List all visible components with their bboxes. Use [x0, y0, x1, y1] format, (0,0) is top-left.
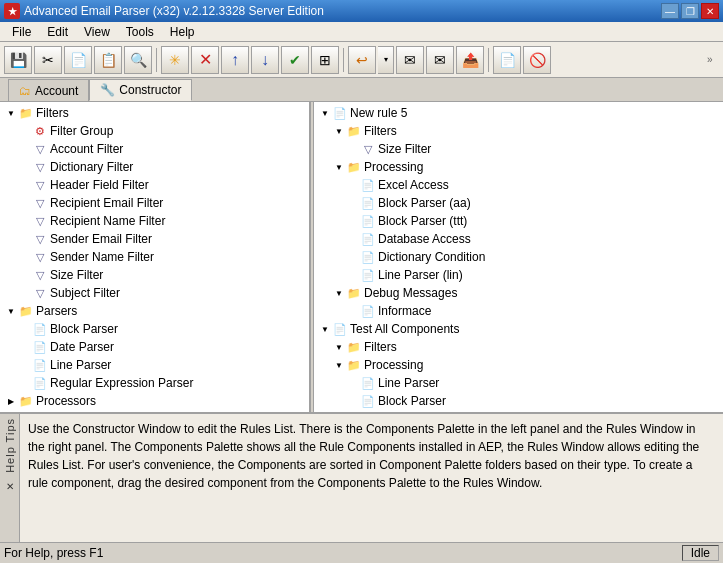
star-button[interactable]: ✳ — [161, 46, 189, 74]
expand-filters[interactable] — [4, 106, 18, 120]
title-controls[interactable]: — ❐ ✕ — [661, 3, 719, 19]
tree-item-account-filter[interactable]: ▽ Account Filter — [0, 140, 309, 158]
tree-item-header-field-filter[interactable]: ▽ Header Field Filter — [0, 176, 309, 194]
grid-button[interactable]: ⊞ — [311, 46, 339, 74]
new-button[interactable]: 📄 — [64, 46, 92, 74]
left-tree[interactable]: 📁 Filters ⚙ Filter Group ▽ Account Filte… — [0, 102, 309, 412]
menu-tools[interactable]: Tools — [118, 23, 162, 41]
expand-block-parser-test — [346, 394, 360, 408]
tree-item-database-access[interactable]: 📄 Database Access — [314, 230, 723, 248]
expand-header-field — [18, 178, 32, 192]
app-icon: ★ — [4, 3, 20, 19]
tree-item-processors-root[interactable]: 📁 Processors — [0, 392, 309, 410]
expand-parsers[interactable] — [4, 304, 18, 318]
email-button[interactable]: ✉ — [396, 46, 424, 74]
search-button[interactable]: 🔍 — [124, 46, 152, 74]
expand-filters-test[interactable] — [332, 340, 346, 354]
right-tree[interactable]: 📄 New rule 5 📁 Filters ▽ Size Filter 📁 — [314, 102, 723, 412]
help-content: Use the Constructor Window to edit the R… — [20, 414, 723, 542]
left-panel: 📁 Filters ⚙ Filter Group ▽ Account Filte… — [0, 102, 310, 412]
minimize-button[interactable]: — — [661, 3, 679, 19]
tree-item-line-parser-lin[interactable]: 📄 Line Parser (lin) — [314, 266, 723, 284]
arrow-left-button[interactable]: ↩ — [348, 46, 376, 74]
tree-item-filters-rule5[interactable]: 📁 Filters — [314, 122, 723, 140]
help-close-button[interactable]: ✕ — [6, 481, 14, 492]
tree-item-filter-group[interactable]: ⚙ Filter Group — [0, 122, 309, 140]
block-parser-ttt-label: Block Parser (ttt) — [378, 214, 467, 228]
delete-button[interactable]: ✕ — [191, 46, 219, 74]
menu-file[interactable]: File — [4, 23, 39, 41]
expand-processing-rule5[interactable] — [332, 160, 346, 174]
expand-processors[interactable] — [4, 394, 18, 408]
tree-item-block-parser-aa[interactable]: 📄 Block Parser (aa) — [314, 194, 723, 212]
tree-item-recipient-name-filter[interactable]: ▽ Recipient Name Filter — [0, 212, 309, 230]
tree-item-dictionary-filter[interactable]: ▽ Dictionary Filter — [0, 158, 309, 176]
close-button[interactable]: ✕ — [701, 3, 719, 19]
menu-view[interactable]: View — [76, 23, 118, 41]
check-button[interactable]: ✔ — [281, 46, 309, 74]
window-title: Advanced Email Parser (x32) v.2.12.3328 … — [24, 4, 324, 18]
line-parser-lin-label: Line Parser (lin) — [378, 268, 463, 282]
tree-item-new-rule-5[interactable]: 📄 New rule 5 — [314, 104, 723, 122]
expand-debug-messages[interactable] — [332, 286, 346, 300]
tree-item-date-parser[interactable]: 📄 Date Parser — [0, 338, 309, 356]
block-button[interactable]: 🚫 — [523, 46, 551, 74]
sender-email-label: Sender Email Filter — [50, 232, 152, 246]
tree-item-line-parser-test[interactable]: 📄 Line Parser — [314, 374, 723, 392]
up-button[interactable]: ↑ — [221, 46, 249, 74]
menu-help[interactable]: Help — [162, 23, 203, 41]
tab-constructor[interactable]: 🔧 Constructor — [89, 79, 192, 101]
tree-item-parsers-root[interactable]: 📁 Parsers — [0, 302, 309, 320]
tree-item-sender-email-filter[interactable]: ▽ Sender Email Filter — [0, 230, 309, 248]
tab-account[interactable]: 🗂 Account — [8, 79, 89, 101]
tree-item-test-all[interactable]: 📄 Test All Components — [314, 320, 723, 338]
save-button[interactable]: 💾 — [4, 46, 32, 74]
tree-item-regex-parser[interactable]: 📄 Regular Expression Parser — [0, 374, 309, 392]
header-field-filter-label: Header Field Filter — [50, 178, 149, 192]
tree-item-processing-rule5[interactable]: 📁 Processing — [314, 158, 723, 176]
down-button[interactable]: ↓ — [251, 46, 279, 74]
paste-button[interactable]: 📋 — [94, 46, 122, 74]
tree-item-excel-access[interactable]: 📄 Excel Access — [314, 176, 723, 194]
arrow-left-dropdown[interactable]: ▾ — [378, 46, 394, 74]
block-parser-test-icon: 📄 — [360, 393, 376, 409]
dictionary-filter-icon: ▽ — [32, 159, 48, 175]
expand-filters-rule5[interactable] — [332, 124, 346, 138]
tree-item-informace[interactable]: 📄 Informace — [314, 302, 723, 320]
excel-access-icon: 📄 — [360, 177, 376, 193]
expand-subject-filter — [18, 286, 32, 300]
dictionary-condition-label: Dictionary Condition — [378, 250, 485, 264]
restore-button[interactable]: ❐ — [681, 3, 699, 19]
cut-button[interactable]: ✂ — [34, 46, 62, 74]
block-parser-ttt-icon: 📄 — [360, 213, 376, 229]
tree-item-debug-messages[interactable]: 📁 Debug Messages — [314, 284, 723, 302]
tree-item-dictionary-condition[interactable]: 📄 Dictionary Condition — [314, 248, 723, 266]
subject-filter-label: Subject Filter — [50, 286, 120, 300]
expand-dictionary-filter — [18, 160, 32, 174]
tree-item-sender-name-filter[interactable]: ▽ Sender Name Filter — [0, 248, 309, 266]
tree-item-block-parser-ttt[interactable]: 📄 Block Parser (ttt) — [314, 212, 723, 230]
expand-new-rule-5[interactable] — [318, 106, 332, 120]
tree-item-recipient-email-filter[interactable]: ▽ Recipient Email Filter — [0, 194, 309, 212]
constructor-tab-icon: 🔧 — [100, 83, 115, 97]
menu-edit[interactable]: Edit — [39, 23, 76, 41]
title-bar-left: ★ Advanced Email Parser (x32) v.2.12.332… — [4, 3, 324, 19]
account-filter-icon: ▽ — [32, 141, 48, 157]
tree-item-size-filter-left[interactable]: ▽ Size Filter — [0, 266, 309, 284]
tree-item-subject-filter[interactable]: ▽ Subject Filter — [0, 284, 309, 302]
tree-item-filters-test[interactable]: 📁 Filters — [314, 338, 723, 356]
expand-processing-test[interactable] — [332, 358, 346, 372]
doc-button[interactable]: 📄 — [493, 46, 521, 74]
upload-button[interactable]: 📤 — [456, 46, 484, 74]
tree-item-size-filter-right[interactable]: ▽ Size Filter — [314, 140, 723, 158]
filter-group-icon: ⚙ — [32, 123, 48, 139]
tree-item-line-parser-left[interactable]: 📄 Line Parser — [0, 356, 309, 374]
tree-item-block-parser-left[interactable]: 📄 Block Parser — [0, 320, 309, 338]
tree-item-block-parser-test[interactable]: 📄 Block Parser — [314, 392, 723, 410]
expand-sender-name — [18, 250, 32, 264]
expand-test-all[interactable] — [318, 322, 332, 336]
tree-item-filters-root[interactable]: 📁 Filters — [0, 104, 309, 122]
filters-root-icon: 📁 — [18, 105, 34, 121]
email2-button[interactable]: ✉ — [426, 46, 454, 74]
tree-item-processing-test[interactable]: 📁 Processing — [314, 356, 723, 374]
